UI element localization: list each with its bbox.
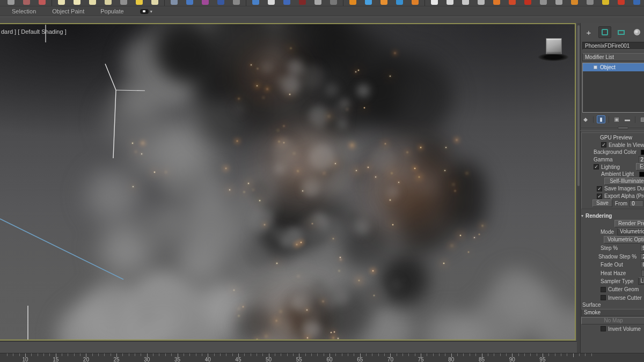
gamma-field[interactable]: 2.2 (639, 156, 644, 163)
mode-dropdown[interactable]: Volumetric (617, 228, 644, 235)
stack-item-object[interactable]: Object (583, 63, 644, 71)
surface-smoke-dropdown[interactable]: Smoke (581, 309, 644, 316)
toolbar-icon[interactable] (462, 0, 469, 5)
toolbar-icon[interactable] (365, 0, 372, 5)
toolbar-icon[interactable] (151, 0, 158, 5)
rendering-rollout-header[interactable]: ▾ Rendering (577, 212, 644, 219)
invert-volume-checkbox[interactable]: ✓ (601, 326, 606, 331)
toolbar-icon[interactable] (571, 0, 578, 5)
track-bar[interactable] (0, 341, 577, 353)
gpu-preview-title: GPU Preview (600, 134, 644, 142)
toolbar-icon[interactable] (8, 0, 14, 5)
motion-icon (634, 29, 640, 35)
toolbar-icon[interactable] (252, 0, 259, 5)
ruler-tick (165, 353, 166, 356)
object-name-field[interactable]: PhoenixFDFire001 (582, 42, 644, 50)
modifier-list-dropdown[interactable]: Modifier List (582, 53, 644, 61)
panel-scrollbar-thumb[interactable] (577, 25, 580, 186)
save-button[interactable]: Save (592, 200, 612, 207)
toolbar-icon[interactable] (58, 0, 65, 5)
modifier-stack: Object (582, 63, 644, 113)
toolbar-icon[interactable] (349, 0, 356, 5)
ruler-frame-label: 50 (261, 357, 277, 362)
pin-stack-button[interactable]: ◆ (581, 115, 590, 123)
toolbar-icon[interactable] (493, 0, 500, 5)
toolbar-icon[interactable] (540, 0, 547, 5)
toolbar-icon[interactable] (23, 0, 30, 5)
ruler-frame-label: 95 (535, 357, 551, 362)
cutter-geom-checkbox[interactable]: ✓ (601, 287, 606, 292)
self-illuminate-button[interactable]: Self-Illuminate... (604, 178, 644, 185)
ribbon-tab-bar: Selection Object Paint Populate ▾ (0, 7, 644, 16)
hierarchy-tab-icon[interactable] (614, 26, 627, 38)
ribbon-minimize-button[interactable]: ▾ (140, 9, 152, 14)
configure-modifier-sets-button[interactable]: ▨ (639, 115, 644, 123)
ruler-tick (98, 353, 99, 356)
make-unique-button[interactable]: ▣ (612, 115, 621, 123)
background-color-swatch[interactable] (641, 150, 644, 155)
lighting-exclude-button[interactable]: Excl (636, 163, 644, 171)
toolbar-icon[interactable] (202, 0, 209, 5)
lighting-checkbox[interactable]: ✓ (594, 164, 599, 169)
toolbar-icon[interactable] (555, 0, 562, 5)
separator-handle[interactable] (618, 127, 628, 129)
ribbon-tab-selection[interactable]: Selection (12, 8, 36, 14)
remove-modifier-button[interactable]: ▬ (623, 115, 632, 123)
toolbar-icon[interactable] (136, 0, 143, 5)
toolbar-icon[interactable] (330, 0, 337, 5)
ribbon-tab-populate[interactable]: Populate (100, 8, 123, 14)
toolbar-icon[interactable] (233, 0, 240, 5)
step-field[interactable]: 90 (640, 245, 644, 252)
modify-tab-icon[interactable] (598, 26, 611, 38)
fade-out-field[interactable]: 0.0 (641, 261, 644, 268)
toolbar-icon[interactable] (618, 0, 625, 5)
toolbar-icon[interactable] (217, 0, 224, 5)
toolbar-icon[interactable] (120, 0, 127, 5)
toolbar-icon[interactable] (587, 0, 594, 5)
toolbar-icon[interactable] (602, 0, 609, 5)
viewport[interactable]: dard ] [ Default Shading ] (0, 23, 576, 341)
ruler-tick (537, 353, 537, 356)
toolbar-icon[interactable] (314, 0, 321, 5)
toolbar-icon[interactable] (74, 0, 80, 5)
ruler-tick (408, 353, 409, 356)
inverse-cutter-checkbox[interactable]: ✓ (601, 295, 606, 300)
toolbar-icon[interactable] (268, 0, 275, 5)
ribbon-tab-object-paint[interactable]: Object Paint (52, 8, 84, 14)
mode-row: Mode Volumetric (601, 227, 644, 235)
toolbar-icon[interactable] (524, 0, 531, 5)
shadow-step-field[interactable]: 200 (640, 253, 644, 260)
viewport-shading-label[interactable]: dard ] [ Default Shading ] (1, 28, 67, 35)
toolbar-icon[interactable] (283, 0, 290, 5)
toolbar-icon[interactable] (39, 0, 46, 5)
enable-in-viewport-checkbox[interactable]: ✓ (601, 142, 606, 147)
toolbar-icon[interactable] (447, 0, 453, 5)
export-alpha-checkbox[interactable]: ✓ (597, 194, 602, 199)
toolbar-icon[interactable] (105, 0, 112, 5)
motion-tab-icon[interactable] (631, 26, 643, 38)
ambient-light-swatch[interactable] (639, 172, 644, 177)
ruler-tick (585, 353, 586, 356)
show-end-result-button[interactable]: ▮ (597, 115, 605, 123)
toolbar-icon[interactable] (478, 0, 485, 5)
toolbar-icon[interactable] (431, 0, 438, 5)
toolbar-icon[interactable] (171, 0, 178, 5)
toolbar-icon[interactable] (186, 0, 193, 5)
sampler-type-dropdown[interactable]: Linear (638, 277, 644, 285)
time-ruler[interactable]: 101520253035404550556065707580859095 (0, 353, 644, 362)
toolbar-icon[interactable] (633, 0, 640, 5)
ribbon-icon-strip[interactable] (0, 0, 644, 6)
toolbar-icon[interactable] (299, 0, 306, 5)
create-tab-icon[interactable]: + (582, 26, 595, 38)
toolbar-icon[interactable] (89, 0, 96, 5)
save-images-checkbox[interactable]: ✓ (597, 186, 602, 191)
view-cube[interactable] (537, 34, 571, 66)
volumetric-options-button[interactable]: Volumetric Options (604, 236, 644, 243)
render-presets-button[interactable]: Render Prese (614, 220, 644, 227)
toolbar-icon[interactable] (380, 0, 387, 5)
toolbar-icon[interactable] (396, 0, 403, 5)
toolbar-icon[interactable] (509, 0, 516, 5)
from-field[interactable]: 0 (630, 200, 643, 207)
toolbar-icon[interactable] (412, 0, 419, 5)
rollout-triangle-icon: ▾ (581, 213, 583, 218)
